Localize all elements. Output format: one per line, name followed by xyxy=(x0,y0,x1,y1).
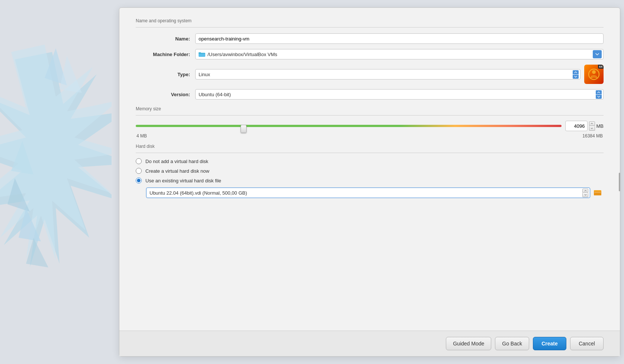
version-row: Version: Ubuntu (64-bit) xyxy=(136,89,604,100)
create-button[interactable]: Create xyxy=(533,337,566,350)
radio-no-disk-label: Do not add a virtual hard disk xyxy=(145,159,208,164)
memory-value-input[interactable] xyxy=(565,121,588,131)
radio-no-disk[interactable] xyxy=(136,158,142,164)
type-value: Linux xyxy=(199,72,573,77)
guided-mode-button[interactable]: Guided Mode xyxy=(446,337,491,350)
svg-point-10 xyxy=(592,70,596,74)
machine-folder-dropdown-btn[interactable] xyxy=(593,50,602,58)
version-select-wrapper: Ubuntu (64-bit) xyxy=(195,89,604,100)
hard-disk-section-label: Hard disk xyxy=(136,144,604,149)
memory-slider-row: MB xyxy=(136,121,604,131)
disk-browse-icon xyxy=(594,189,602,197)
machine-folder-label: Machine Folder: xyxy=(136,52,195,57)
radio-create-disk[interactable] xyxy=(136,168,142,174)
memory-value-wrapper: MB xyxy=(565,121,604,131)
disk-select-value: Ubuntu 22.04 (64bit).vdi (Normal, 500,00… xyxy=(149,190,582,196)
starburst-decoration xyxy=(0,30,112,319)
radio-create-disk-label: Create a virtual hard disk now xyxy=(145,168,209,174)
disk-browse-btn[interactable] xyxy=(592,187,604,198)
hard-disk-option-1[interactable]: Do not add a virtual hard disk xyxy=(136,158,604,164)
type-label: Type: xyxy=(136,72,195,77)
name-row: Name: xyxy=(136,33,604,44)
folder-icon xyxy=(199,52,205,57)
radio-existing-disk[interactable] xyxy=(136,178,142,183)
os-icon-wrapper: 64 xyxy=(584,65,604,84)
memory-down-icon xyxy=(591,127,593,129)
version-label: Version: xyxy=(136,92,195,97)
disk-down-icon xyxy=(584,194,587,196)
version-stepper-up-icon xyxy=(597,91,600,93)
memory-section-label: Memory size xyxy=(136,106,604,111)
dialog-content: Name and operating system Name: Machine … xyxy=(119,8,620,331)
radio-existing-disk-label: Use an existing virtual hard disk file xyxy=(145,178,221,183)
chevron-down-icon xyxy=(595,53,599,56)
hard-disk-section: Hard disk Do not add a virtual hard disk… xyxy=(136,144,604,198)
machine-folder-row: Machine Folder: /Users/avwinbox/VirtualB… xyxy=(136,49,604,59)
disk-stepper-up[interactable] xyxy=(582,189,588,193)
memory-unit-label: MB xyxy=(596,123,604,129)
hard-disk-option-3[interactable]: Use an existing virtual hard disk file xyxy=(136,178,604,183)
memory-slider[interactable] xyxy=(136,125,562,127)
version-stepper-down-icon xyxy=(597,96,600,98)
dialog-card: Name and operating system Name: Machine … xyxy=(119,7,620,357)
name-label: Name: xyxy=(136,36,195,42)
machine-folder-value: /Users/avwinbox/VirtualBox VMs xyxy=(208,52,591,57)
name-os-section: Name and operating system Name: Machine … xyxy=(136,18,604,100)
memory-stepper[interactable] xyxy=(589,121,595,131)
memory-range-labels: 4 MB 16384 MB xyxy=(136,133,604,139)
disk-stepper[interactable] xyxy=(582,189,588,197)
stepper-down-icon xyxy=(574,76,577,78)
memory-max-label: 16384 MB xyxy=(582,133,603,139)
resize-handle[interactable] xyxy=(619,173,620,191)
svg-marker-7 xyxy=(59,56,82,93)
memory-up-icon xyxy=(591,123,593,124)
existing-disk-row: Ubuntu 22.04 (64bit).vdi (Normal, 500,00… xyxy=(146,187,604,198)
memory-min-label: 4 MB xyxy=(136,133,147,139)
version-value: Ubuntu (64-bit) xyxy=(199,92,596,97)
disk-stepper-down[interactable] xyxy=(582,193,588,197)
stepper-up-icon xyxy=(574,71,577,73)
type-select-wrapper: Linux xyxy=(195,69,580,79)
cancel-button[interactable]: Cancel xyxy=(570,337,604,350)
name-input[interactable] xyxy=(195,33,604,44)
version-stepper[interactable] xyxy=(596,90,602,99)
disk-up-icon xyxy=(584,190,587,192)
linux-os-icon xyxy=(587,68,601,81)
name-os-section-label: Name and operating system xyxy=(136,18,604,23)
memory-stepper-up[interactable] xyxy=(589,121,595,126)
dialog-footer: Guided Mode Go Back Create Cancel xyxy=(119,331,620,356)
go-back-button[interactable]: Go Back xyxy=(495,337,529,350)
type-row: Type: Linux 64 xyxy=(136,65,604,84)
hard-disk-option-2[interactable]: Create a virtual hard disk now xyxy=(136,168,604,174)
svg-rect-13 xyxy=(594,192,601,193)
machine-folder-input-wrapper: /Users/avwinbox/VirtualBox VMs xyxy=(195,49,604,59)
type-stepper[interactable] xyxy=(573,70,579,79)
disk-select-wrapper: Ubuntu 22.04 (64bit).vdi (Normal, 500,00… xyxy=(146,188,590,198)
memory-stepper-down[interactable] xyxy=(589,126,595,131)
memory-section: Memory size MB xyxy=(136,106,604,139)
